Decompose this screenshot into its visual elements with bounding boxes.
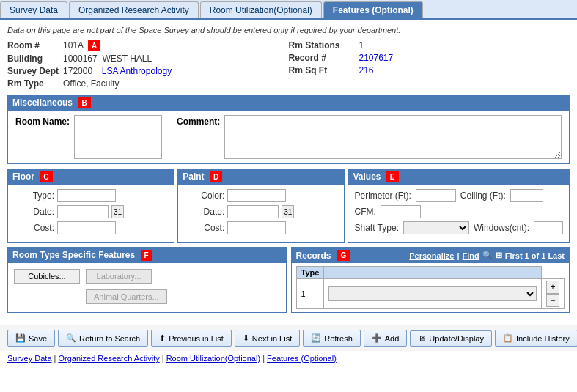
footer-buttons: 💾 Save 🔍 Return to Search ⬆ Previous in … (0, 325, 577, 351)
type-select[interactable] (328, 286, 537, 301)
paint-color-input[interactable] (227, 189, 286, 202)
floor-cost-label: Cost: (14, 223, 54, 233)
floor-header: Floor C (8, 169, 174, 185)
row-actions-cell: + − (542, 279, 565, 309)
tab-bar: Survey Data Organized Research Activity … (0, 0, 577, 20)
type-col-header: Type (296, 267, 324, 279)
perimeter-label: Perimeter (Ft): (354, 191, 411, 201)
windows-input[interactable] (534, 221, 563, 234)
tab-survey-data[interactable]: Survey Data (0, 1, 67, 18)
floor-date-picker[interactable]: 31 (111, 205, 124, 218)
marker-e: E (386, 171, 399, 182)
save-button[interactable]: 💾 Save (7, 330, 55, 347)
paint-color-label: Color: (184, 191, 224, 201)
tab-features[interactable]: Features (Optional) (323, 1, 423, 18)
bottom-features-link[interactable]: Features (Optional) (267, 354, 337, 363)
laboratory-button[interactable]: Laboratory... (86, 269, 152, 284)
floor-type-label: Type: (14, 191, 54, 201)
cfm-label: CFM: (354, 207, 375, 217)
paint-date-label: Date: (184, 207, 224, 217)
cfm-input[interactable] (381, 205, 421, 218)
animal-quarters-button[interactable]: Animal Quarters... (86, 289, 167, 304)
survey-dept-link[interactable]: LSA Anthropology (102, 66, 172, 76)
table-row: 1 + − (296, 279, 565, 309)
grid-icon[interactable]: ⊞ (496, 251, 502, 260)
type-cell[interactable] (324, 279, 542, 309)
room-number-label: Room # (7, 40, 59, 51)
add-icon: ➕ (372, 333, 382, 343)
building-label: Building (7, 53, 59, 64)
next-icon: ⬇ (243, 333, 249, 343)
records-header: Records G Personalize | Find 🔍 ⊞ First 1… (292, 248, 570, 263)
records-nav: First 1 of 1 Last (505, 251, 565, 260)
update-display-button[interactable]: 🖥 Update/Display (410, 330, 492, 347)
marker-c: C (40, 171, 52, 182)
windows-label: Windows(cnt): (474, 223, 529, 233)
include-history-button[interactable]: 📋 Include History (495, 330, 577, 347)
bottom-links: Survey Data | Organized Research Activit… (0, 351, 577, 366)
marker-f: F (141, 250, 152, 261)
room-type-section: Room Type Specific Features F Cubicles..… (7, 247, 287, 313)
comment-label: Comment: (177, 115, 220, 127)
paint-cost-input[interactable] (227, 221, 286, 234)
shaft-type-label: Shaft Type: (354, 223, 399, 233)
row-num-cell: 1 (296, 279, 324, 309)
rm-stations-value: 1 (359, 40, 364, 51)
miscellaneous-header: Miscellaneous B (8, 95, 569, 111)
miscellaneous-section: Miscellaneous B Room Name: Comment: (7, 95, 570, 164)
floor-cost-input[interactable] (57, 221, 116, 234)
remove-row-button[interactable]: − (546, 294, 559, 307)
bottom-organized-research-link[interactable]: Organized Research Activity (59, 354, 160, 363)
update-icon: 🖥 (418, 334, 426, 343)
bottom-survey-data-link[interactable]: Survey Data (7, 354, 52, 363)
bottom-room-utilization-link[interactable]: Room Utilization(Optional) (166, 354, 260, 363)
paint-cost-label: Cost: (184, 223, 224, 233)
record-label: Record # (289, 53, 355, 63)
rm-type-value: Office, Faculty (63, 78, 119, 89)
rm-sqft-label: Rm Sq Ft (289, 65, 355, 75)
records-section: Records G Personalize | Find 🔍 ⊞ First 1… (291, 247, 570, 313)
marker-g: G (337, 250, 350, 261)
paint-date-input[interactable] (227, 205, 279, 218)
room-name-label: Room Name: (15, 115, 70, 127)
shaft-type-select[interactable] (403, 221, 469, 234)
cubicles-button[interactable]: Cubicles... (14, 269, 80, 284)
add-button[interactable]: ➕ Add (364, 330, 408, 347)
paint-date-picker[interactable]: 31 (282, 205, 294, 218)
floor-section: Floor C Type: Date: 31 Cost: (7, 169, 174, 243)
refresh-icon: 🔄 (311, 333, 321, 343)
tab-room-utilization[interactable]: Room Utilization(Optional) (200, 1, 322, 18)
room-name-input[interactable] (74, 115, 162, 159)
save-icon: 💾 (15, 333, 26, 343)
add-row-button[interactable]: + (546, 281, 559, 294)
next-list-button[interactable]: ⬇ Next in List (235, 330, 300, 347)
action-col-header (324, 267, 542, 279)
return-search-button[interactable]: 🔍 Return to Search (58, 330, 148, 347)
survey-dept-label: Survey Dept (7, 66, 59, 76)
view-icon[interactable]: 🔍 (482, 251, 493, 260)
notice-text: Data on this page are not part of the Sp… (7, 26, 570, 34)
floor-date-label: Date: (14, 207, 54, 217)
refresh-button[interactable]: 🔄 Refresh (303, 330, 361, 347)
return-icon: 🔍 (66, 333, 76, 343)
floor-date-input[interactable] (57, 205, 109, 218)
room-number-value: 101A (63, 40, 84, 51)
record-value[interactable]: 2107617 (359, 53, 394, 63)
marker-d: D (210, 171, 222, 182)
previous-list-button[interactable]: ⬆ Previous in List (151, 330, 232, 347)
room-info: Room # 101A A Building 1000167 WEST HALL… (7, 40, 570, 89)
building-value: 1000167 WEST HALL (63, 53, 152, 64)
comment-textarea[interactable] (224, 115, 562, 159)
ceiling-input[interactable] (510, 189, 543, 202)
values-section: Values E Perimeter (Ft): Ceiling (Ft): C… (348, 169, 570, 243)
personalize-link[interactable]: Personalize (409, 251, 454, 260)
tab-organized-research[interactable]: Organized Research Activity (69, 1, 199, 18)
survey-dept-value: 172000 (63, 66, 98, 76)
find-link[interactable]: Find (462, 251, 479, 260)
perimeter-input[interactable] (416, 189, 456, 202)
floor-type-input[interactable] (57, 189, 116, 202)
rm-sqft-value: 216 (359, 65, 374, 75)
room-type-header: Room Type Specific Features F (8, 248, 286, 263)
ceiling-label: Ceiling (Ft): (460, 191, 506, 201)
paint-header: Paint D (178, 169, 344, 185)
